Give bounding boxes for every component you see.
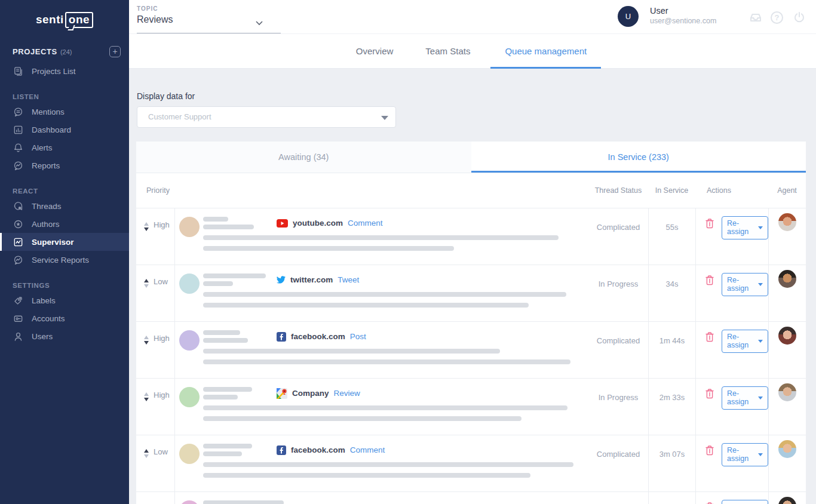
- help-icon[interactable]: ?: [771, 11, 785, 26]
- inbox-icon[interactable]: [748, 10, 763, 24]
- sidebar-item-label: Alerts: [32, 143, 53, 152]
- thread-type-link[interactable]: Review: [334, 389, 360, 398]
- in-service-time: 1m 44s: [648, 322, 695, 378]
- user-menu[interactable]: U User user@sentione.com: [618, 6, 716, 27]
- thread-preview-cell[interactable]: [175, 492, 588, 504]
- agent-avatar[interactable]: [778, 497, 796, 504]
- agent-avatar[interactable]: [778, 383, 796, 401]
- sidebar-item-label: Labels: [32, 296, 56, 305]
- trash-icon[interactable]: [705, 275, 714, 286]
- caret-down-icon: [758, 340, 763, 343]
- source-domain: youtube.com: [293, 219, 343, 228]
- thread-type-link[interactable]: Post: [350, 332, 366, 341]
- trash-icon[interactable]: [705, 388, 714, 399]
- sidebar-item-label: Dashboard: [32, 125, 71, 134]
- sidebar-item-supervisor[interactable]: Supervisor: [0, 233, 129, 251]
- reports-icon: [13, 160, 24, 171]
- agent-avatar[interactable]: [778, 213, 796, 231]
- sidebar-item-mentions[interactable]: Mentions: [0, 103, 129, 121]
- agent-avatar[interactable]: [778, 327, 796, 345]
- source-domain: Company: [292, 389, 329, 398]
- priority-arrows-icon[interactable]: [144, 220, 149, 265]
- name-placeholder-bars: [203, 330, 277, 343]
- thread-type-link[interactable]: Tweet: [338, 275, 359, 284]
- sidebar-item-service-reports[interactable]: Service Reports: [0, 251, 129, 269]
- tab-queue-management[interactable]: Queue management: [490, 34, 601, 69]
- thread-preview-cell[interactable]: facebook.comPost: [175, 322, 588, 378]
- table-header: PriorityThread StatusIn ServiceActionsAg…: [136, 173, 806, 208]
- sidebar-item-label: Service Reports: [32, 256, 89, 265]
- message-placeholder-bars: [203, 292, 588, 308]
- reassign-button[interactable]: Re-assign: [722, 216, 768, 239]
- sidebar-item-label: Threads: [32, 202, 62, 211]
- sidebar-item-authors[interactable]: Authors: [0, 215, 129, 233]
- name-placeholder-bars: [203, 273, 277, 286]
- agent-cell: [768, 322, 806, 378]
- page-tabs: OverviewTeam StatsQueue management: [129, 34, 816, 69]
- thread-preview-cell[interactable]: facebook.comComment: [175, 435, 588, 491]
- priority-arrows-icon[interactable]: [144, 277, 149, 321]
- thread-preview-cell[interactable]: youtube.comComment: [175, 208, 588, 265]
- column-header-priority: Priority: [136, 186, 588, 195]
- column-header-agent: Agent: [768, 186, 806, 195]
- sidebar-item-projects-list[interactable]: Projects List: [0, 62, 129, 80]
- trash-icon[interactable]: [705, 331, 714, 343]
- tab-overview[interactable]: Overview: [344, 34, 406, 69]
- sidebar-item-alerts[interactable]: Alerts: [0, 139, 129, 156]
- reassign-button[interactable]: Re-assign: [722, 273, 768, 296]
- team-select[interactable]: Customer Support: [137, 106, 396, 128]
- customer-avatar: [179, 217, 200, 237]
- priority-arrows-icon[interactable]: [144, 447, 149, 491]
- queue-row: LowRe-assign: [136, 491, 806, 504]
- tab-team-stats[interactable]: Team Stats: [413, 34, 482, 69]
- thread-type-link[interactable]: Comment: [350, 445, 385, 454]
- trash-icon[interactable]: [705, 218, 714, 229]
- message-placeholder-bars: [203, 349, 588, 364]
- thread-preview-cell[interactable]: CompanyReview: [175, 379, 588, 435]
- thread-type-link[interactable]: Comment: [348, 219, 383, 228]
- agent-avatar[interactable]: [778, 440, 796, 458]
- queue-tab-in-service-233-[interactable]: In Service (233): [471, 142, 806, 173]
- in-service-time: 34s: [648, 265, 695, 321]
- priority-label: Low: [154, 447, 168, 491]
- reassign-button[interactable]: Re-assign: [722, 500, 768, 504]
- projects-list-icon: [13, 66, 24, 77]
- avatar: U: [618, 6, 639, 27]
- trash-icon[interactable]: [705, 502, 714, 504]
- priority-arrows-icon[interactable]: [144, 391, 149, 435]
- agent-avatar[interactable]: [778, 270, 796, 288]
- reassign-button[interactable]: Re-assign: [722, 386, 768, 410]
- sidebar-item-accounts[interactable]: Accounts: [0, 309, 129, 327]
- column-header-thread-status: Thread Status: [588, 186, 648, 195]
- in-service-time: 3m 07s: [648, 435, 695, 491]
- priority-arrows-icon[interactable]: [144, 334, 149, 378]
- priority-cell: High: [136, 379, 175, 435]
- sidebar-item-threads[interactable]: Threads: [0, 197, 129, 215]
- authors-icon: [13, 219, 24, 230]
- user-name: User: [650, 6, 716, 16]
- queue-row: Highyoutube.comCommentComplicated55sRe-a…: [136, 208, 806, 265]
- priority-cell: Low: [136, 435, 175, 491]
- reassign-button[interactable]: Re-assign: [722, 330, 768, 353]
- sidebar-item-label: Accounts: [32, 314, 65, 323]
- queue-tabs: Awaiting (34)In Service (233): [136, 142, 806, 173]
- thread-status: [588, 492, 648, 504]
- sidebar-item-users[interactable]: Users: [0, 327, 129, 345]
- trash-icon[interactable]: [705, 445, 714, 456]
- sidebar-item-reports[interactable]: Reports: [0, 156, 129, 174]
- sidebar-item-dashboard[interactable]: Dashboard: [0, 121, 129, 139]
- sidebar-item-label: Mentions: [32, 107, 65, 116]
- sidebar-section-listen: LISTEN: [0, 93, 129, 103]
- queue-row: HighCompanyReviewIn Progress2m 33sRe-ass…: [136, 378, 806, 435]
- topic-selector[interactable]: TOPIC Reviews: [137, 5, 281, 33]
- thread-preview-cell[interactable]: twitter.comTweet: [175, 265, 588, 321]
- actions-cell: Re-assign: [695, 435, 768, 491]
- power-icon[interactable]: [792, 10, 806, 24]
- queue-tab-awaiting-34-[interactable]: Awaiting (34): [136, 142, 471, 173]
- actions-cell: Re-assign: [695, 492, 768, 504]
- sidebar-item-labels[interactable]: Labels: [0, 291, 129, 309]
- reassign-button[interactable]: Re-assign: [722, 443, 768, 466]
- add-project-button[interactable]: +: [109, 46, 121, 57]
- name-placeholder-bars: [203, 387, 277, 399]
- agent-cell: [768, 265, 806, 321]
